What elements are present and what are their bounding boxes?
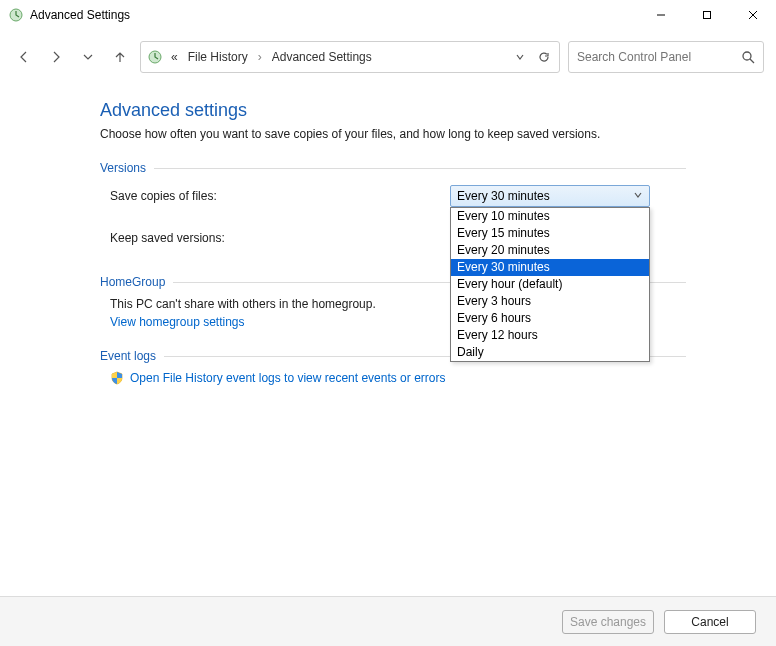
chevron-down-icon bbox=[633, 189, 643, 203]
label-keep-saved: Keep saved versions: bbox=[100, 231, 450, 245]
dropdown-option[interactable]: Every 3 hours bbox=[451, 293, 649, 310]
svg-rect-1 bbox=[704, 12, 711, 19]
nav-row: « File History › Advanced Settings bbox=[12, 40, 764, 74]
dropdown-option[interactable]: Every hour (default) bbox=[451, 276, 649, 293]
row-eventlogs-link: Open File History event logs to view rec… bbox=[100, 371, 686, 385]
svg-point-3 bbox=[743, 52, 751, 60]
row-save-copies: Save copies of files: Every 30 minutes E… bbox=[100, 185, 686, 207]
save-changes-button[interactable]: Save changes bbox=[562, 610, 654, 634]
search-input[interactable] bbox=[577, 50, 727, 64]
address-icon bbox=[147, 49, 163, 65]
titlebar: Advanced Settings bbox=[0, 0, 776, 30]
divider bbox=[154, 168, 686, 169]
back-button[interactable] bbox=[12, 45, 36, 69]
combobox-save-copies[interactable]: Every 30 minutes bbox=[450, 185, 650, 207]
breadcrumb-item-advanced-settings[interactable]: Advanced Settings bbox=[270, 50, 374, 64]
search-icon bbox=[741, 50, 755, 64]
shield-icon bbox=[110, 371, 124, 385]
section-title-versions: Versions bbox=[100, 161, 146, 175]
dropdown-option[interactable]: Every 20 minutes bbox=[451, 242, 649, 259]
page-heading: Advanced settings bbox=[100, 100, 686, 121]
dropdown-option[interactable]: Daily bbox=[451, 344, 649, 361]
chevron-right-icon: › bbox=[256, 50, 264, 64]
maximize-button[interactable] bbox=[684, 0, 730, 30]
section-title-eventlogs: Event logs bbox=[100, 349, 156, 363]
breadcrumb-item-file-history[interactable]: File History bbox=[186, 50, 250, 64]
page-subheading: Choose how often you want to save copies… bbox=[100, 127, 686, 141]
content-area: Advanced settings Choose how often you w… bbox=[0, 80, 776, 596]
cancel-button[interactable]: Cancel bbox=[664, 610, 756, 634]
dropdown-option[interactable]: Every 12 hours bbox=[451, 327, 649, 344]
recent-locations-button[interactable] bbox=[76, 45, 100, 69]
section-title-homegroup: HomeGroup bbox=[100, 275, 165, 289]
dropdown-option[interactable]: Every 15 minutes bbox=[451, 225, 649, 242]
up-button[interactable] bbox=[108, 45, 132, 69]
dropdown-option[interactable]: Every 10 minutes bbox=[451, 208, 649, 225]
address-bar[interactable]: « File History › Advanced Settings bbox=[140, 41, 560, 73]
close-button[interactable] bbox=[730, 0, 776, 30]
search-box[interactable] bbox=[568, 41, 764, 73]
breadcrumb-prefix: « bbox=[169, 50, 180, 64]
minimize-button[interactable] bbox=[638, 0, 684, 30]
forward-button[interactable] bbox=[44, 45, 68, 69]
link-open-eventlogs[interactable]: Open File History event logs to view rec… bbox=[130, 371, 445, 385]
dropdown-option[interactable]: Every 6 hours bbox=[451, 310, 649, 327]
window-buttons bbox=[638, 0, 776, 30]
section-header-versions: Versions bbox=[100, 161, 686, 175]
label-save-copies: Save copies of files: bbox=[100, 189, 450, 203]
dropdown-option[interactable]: Every 30 minutes bbox=[451, 259, 649, 276]
footer: Save changes Cancel bbox=[0, 596, 776, 646]
combobox-selected-value: Every 30 minutes bbox=[457, 189, 550, 203]
dropdown-save-copies[interactable]: Every 10 minutesEvery 15 minutesEvery 20… bbox=[450, 207, 650, 362]
refresh-button[interactable] bbox=[535, 48, 553, 66]
window-title: Advanced Settings bbox=[30, 8, 130, 22]
address-dropdown-button[interactable] bbox=[511, 48, 529, 66]
app-icon bbox=[8, 7, 24, 23]
